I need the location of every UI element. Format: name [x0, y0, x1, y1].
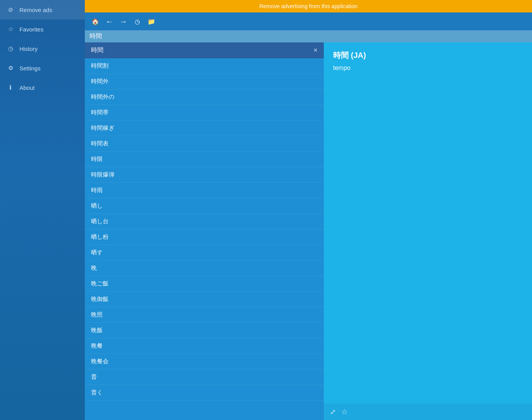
content-area: 時間 × 時間割 時間外 時間外の 時間帯 時間稼ぎ 時間表 時限 時限爆弾 時…	[85, 42, 532, 420]
list-item[interactable]: 時限	[85, 152, 324, 167]
list-item[interactable]: 晩御飯	[85, 292, 324, 307]
about-icon: ℹ	[6, 83, 15, 92]
back-icon: ←	[105, 17, 113, 26]
history-icon: ◷	[6, 44, 15, 53]
sidebar-item-remove-ads[interactable]: ⊘ Remove ads	[0, 0, 85, 19]
star-icon[interactable]: ☆	[341, 408, 348, 416]
remove-ads-icon: ⊘	[6, 5, 15, 14]
search-input[interactable]	[90, 33, 527, 40]
close-button[interactable]: ×	[313, 46, 318, 54]
list-item[interactable]: 晩餐会	[85, 354, 324, 369]
sidebar-item-about[interactable]: ℹ About	[0, 78, 85, 97]
sidebar-label-favorites: Favorites	[19, 26, 44, 33]
list-item[interactable]: 晩ご飯	[85, 276, 324, 292]
sidebar-label-remove-ads: Remove ads	[19, 7, 52, 13]
sidebar-label-settings: Settings	[19, 65, 40, 72]
history-button[interactable]: ◷	[132, 16, 143, 27]
forward-icon: →	[119, 17, 127, 26]
back-button[interactable]: ←	[104, 16, 115, 27]
toolbar: 🏠 ← → ◷ 📁	[85, 12, 532, 30]
sidebar-item-favorites[interactable]: ☆ Favorites	[0, 19, 85, 39]
main-area: Remove advertising from this application…	[85, 0, 532, 420]
favorites-icon: ☆	[6, 25, 15, 33]
detail-bottom-bar: ⤢ ☆	[324, 404, 532, 420]
detail-title: 時間 (JA)	[333, 50, 523, 61]
selected-item-label: 時間	[91, 46, 104, 54]
home-icon: 🏠	[91, 18, 99, 25]
list-item[interactable]: 晒す	[85, 245, 324, 261]
home-button[interactable]: 🏠	[90, 16, 101, 27]
expand-icon[interactable]: ⤢	[330, 408, 336, 416]
sidebar: ⊘ Remove ads ☆ Favorites ◷ History ⚙ Set…	[0, 0, 85, 420]
list-item[interactable]: 晒し台	[85, 214, 324, 229]
list-item[interactable]: 時雨	[85, 183, 324, 198]
list-item[interactable]: 時間割	[85, 58, 324, 74]
list-item[interactable]: 晩餐	[85, 338, 324, 354]
list-item[interactable]: 時間帯	[85, 105, 324, 121]
detail-panel: 時間 (JA) tempo ⤢ ☆	[324, 42, 532, 420]
list-item[interactable]: 普	[85, 369, 324, 385]
list-item[interactable]: 晩照	[85, 307, 324, 323]
list-item[interactable]: 晒し粉	[85, 229, 324, 245]
sidebar-label-about: About	[19, 84, 35, 91]
history-toolbar-icon: ◷	[135, 18, 140, 25]
list-item[interactable]: 晩飯	[85, 323, 324, 338]
sidebar-item-settings[interactable]: ⚙ Settings	[0, 58, 85, 78]
list-panel: 時間 × 時間割 時間外 時間外の 時間帯 時間稼ぎ 時間表 時限 時限爆弾 時…	[85, 42, 324, 420]
ad-banner[interactable]: Remove advertising from this application	[85, 0, 532, 12]
forward-button[interactable]: →	[118, 16, 129, 27]
list-item[interactable]: 時限爆弾	[85, 167, 324, 183]
list-item[interactable]: 時間外	[85, 74, 324, 89]
list-item[interactable]: 晩	[85, 261, 324, 276]
selected-list-item[interactable]: 時間 ×	[85, 42, 324, 58]
list-item[interactable]: 晒し	[85, 198, 324, 214]
list-item[interactable]: 時間表	[85, 136, 324, 152]
sidebar-item-history[interactable]: ◷ History	[0, 39, 85, 58]
ad-banner-text: Remove advertising from this application	[259, 3, 357, 9]
list-item[interactable]: 時間外の	[85, 89, 324, 105]
sidebar-label-history: History	[19, 46, 38, 52]
search-bar	[85, 30, 532, 42]
folder-button[interactable]: 📁	[146, 16, 157, 27]
settings-icon: ⚙	[6, 64, 15, 72]
detail-translation: tempo	[333, 65, 523, 72]
list-item[interactable]: 普く	[85, 385, 324, 401]
folder-icon: 📁	[147, 18, 155, 25]
list-item[interactable]: 時間稼ぎ	[85, 121, 324, 136]
